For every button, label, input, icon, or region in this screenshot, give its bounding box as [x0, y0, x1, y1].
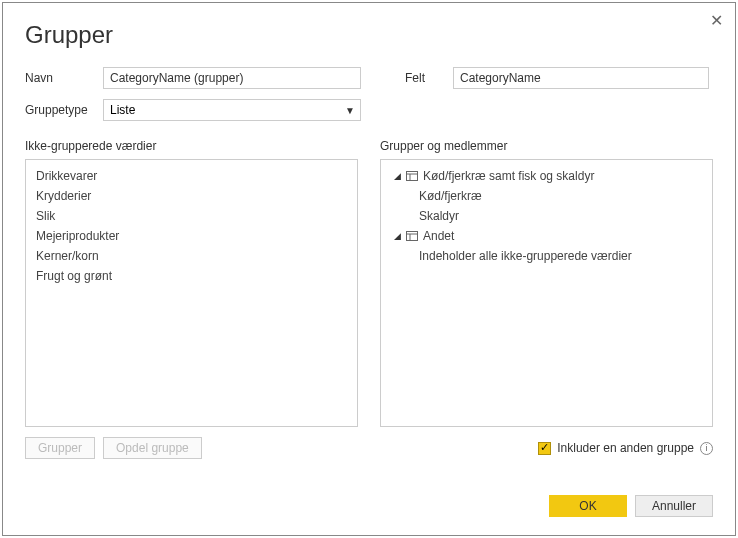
groups-dialog: ✕ Grupper Navn Felt Gruppetype Liste ▼ I… — [2, 2, 736, 536]
include-other-label[interactable]: Inkluder en anden gruppe — [557, 441, 694, 455]
list-item[interactable]: Krydderier — [36, 186, 347, 206]
field-input — [453, 67, 709, 89]
name-row: Navn Felt — [25, 67, 713, 89]
caret-down-icon[interactable]: ◢ — [391, 226, 403, 246]
group-button: Grupper — [25, 437, 95, 459]
grouptype-label: Gruppetype — [25, 103, 103, 117]
list-item[interactable]: Frugt og grønt — [36, 266, 347, 286]
groups-header: Grupper og medlemmer — [380, 139, 713, 153]
ok-button[interactable]: OK — [549, 495, 627, 517]
columns: Ikke-grupperede værdier DrikkevarerKrydd… — [25, 139, 713, 427]
groups-tree[interactable]: ◢Kød/fjerkræ samt fisk og skaldyrKød/fje… — [380, 159, 713, 427]
tree-member[interactable]: Skaldyr — [391, 206, 702, 226]
tree-member-label: Kød/fjerkræ — [419, 186, 482, 206]
tree-member-label: Indeholder alle ikke-grupperede værdier — [419, 246, 632, 266]
grouptype-select[interactable]: Liste — [103, 99, 361, 121]
name-input[interactable] — [103, 67, 361, 89]
list-item[interactable]: Drikkevarer — [36, 166, 347, 186]
dialog-footer: OK Annuller — [549, 495, 713, 517]
dialog-title: Grupper — [25, 21, 713, 49]
caret-down-icon[interactable]: ◢ — [391, 166, 403, 186]
groups-column: Grupper og medlemmer ◢Kød/fjerkræ samt f… — [380, 139, 713, 427]
ungrouped-header: Ikke-grupperede værdier — [25, 139, 358, 153]
list-item[interactable]: Slik — [36, 206, 347, 226]
ungroup-button: Opdel gruppe — [103, 437, 202, 459]
field-label: Felt — [405, 71, 453, 85]
svg-rect-0 — [407, 172, 418, 181]
ungrouped-column: Ikke-grupperede værdier DrikkevarerKrydd… — [25, 139, 358, 427]
include-other-checkbox[interactable] — [538, 442, 551, 455]
name-label: Navn — [25, 71, 103, 85]
list-item[interactable]: Kerner/korn — [36, 246, 347, 266]
group-icon — [405, 230, 419, 242]
include-other-wrap: Inkluder en anden gruppe i — [538, 441, 713, 455]
tree-group[interactable]: ◢Kød/fjerkræ samt fisk og skaldyr — [391, 166, 702, 186]
tree-member[interactable]: Indeholder alle ikke-grupperede værdier — [391, 246, 702, 266]
tree-member-label: Skaldyr — [419, 206, 459, 226]
list-item[interactable]: Mejeriprodukter — [36, 226, 347, 246]
bottom-row: Grupper Opdel gruppe Inkluder en anden g… — [25, 437, 713, 459]
group-icon — [405, 170, 419, 182]
cancel-button[interactable]: Annuller — [635, 495, 713, 517]
close-icon[interactable]: ✕ — [710, 11, 723, 30]
svg-rect-3 — [407, 232, 418, 241]
tree-member[interactable]: Kød/fjerkræ — [391, 186, 702, 206]
tree-group-label: Andet — [423, 226, 454, 246]
grouptype-row: Gruppetype Liste ▼ — [25, 99, 713, 121]
info-icon[interactable]: i — [700, 442, 713, 455]
ungrouped-listbox[interactable]: DrikkevarerKrydderierSlikMejeriprodukter… — [25, 159, 358, 427]
tree-group-label: Kød/fjerkræ samt fisk og skaldyr — [423, 166, 594, 186]
tree-group[interactable]: ◢Andet — [391, 226, 702, 246]
